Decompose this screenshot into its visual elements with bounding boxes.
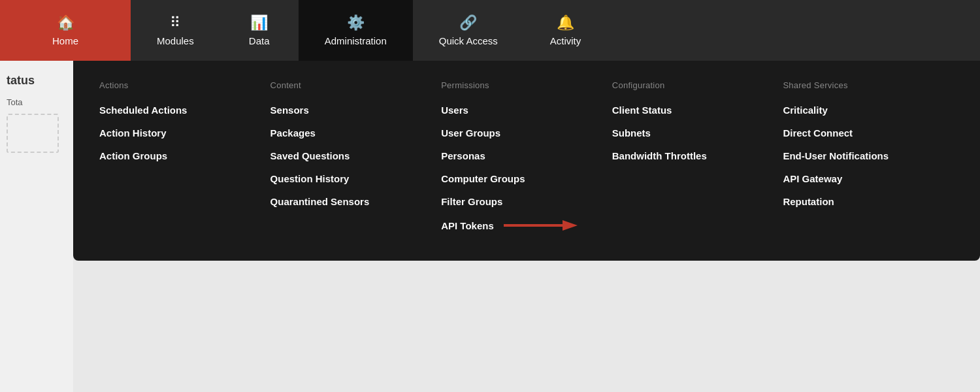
home-icon: 🏠 [57, 14, 74, 31]
column-actions: Actions Scheduled Actions Action History… [99, 80, 270, 235]
nav-modules[interactable]: ⠿ Modules [131, 0, 220, 61]
menu-subnets[interactable]: Subnets [612, 127, 770, 139]
menu-reputation[interactable]: Reputation [783, 196, 941, 207]
menu-end-user-notifications[interactable]: End-User Notifications [783, 150, 941, 161]
nav-activity[interactable]: 🔔 Activity [524, 0, 608, 61]
menu-computer-groups[interactable]: Computer Groups [441, 173, 599, 184]
menu-packages[interactable]: Packages [270, 127, 429, 139]
status-text: tatus [7, 74, 67, 88]
menu-client-status[interactable]: Client Status [612, 105, 770, 116]
menu-user-groups[interactable]: User Groups [441, 127, 599, 139]
navbar: 🏠 Home ⠿ Modules 📊 Data ⚙️ Administratio… [0, 0, 980, 61]
column-permissions: Permissions Users User Groups Personas C… [441, 80, 612, 235]
permissions-header: Permissions [441, 80, 599, 90]
column-content: Content Sensors Packages Saved Questions… [270, 80, 442, 235]
modules-label: Modules [157, 35, 194, 46]
arrow-indicator [500, 216, 579, 235]
data-icon: 📊 [250, 14, 268, 31]
menu-personas[interactable]: Personas [441, 150, 599, 161]
menu-question-history[interactable]: Question History [270, 173, 429, 184]
nav-data[interactable]: 📊 Data [220, 0, 299, 61]
configuration-header: Configuration [612, 80, 770, 90]
menu-criticality[interactable]: Criticality [783, 105, 941, 116]
menu-quarantined-sensors[interactable]: Quarantined Sensors [270, 196, 429, 207]
menu-direct-connect[interactable]: Direct Connect [783, 127, 941, 139]
menu-api-gateway[interactable]: API Gateway [783, 173, 941, 184]
menu-filter-groups[interactable]: Filter Groups [441, 196, 599, 207]
column-configuration: Configuration Client Status Subnets Band… [612, 80, 783, 235]
api-tokens-row: API Tokens [441, 216, 599, 235]
nav-home[interactable]: 🏠 Home [0, 0, 131, 61]
page-content: tatus Tota [0, 61, 73, 392]
menu-users[interactable]: Users [441, 105, 599, 116]
menu-action-history[interactable]: Action History [99, 127, 257, 139]
data-label: Data [249, 35, 270, 46]
menu-scheduled-actions[interactable]: Scheduled Actions [99, 105, 257, 116]
activity-label: Activity [550, 35, 581, 46]
nav-administration[interactable]: ⚙️ Administration [299, 0, 413, 61]
administration-icon: ⚙️ [347, 14, 365, 31]
svg-marker-1 [563, 220, 578, 231]
home-label: Home [52, 35, 78, 46]
menu-action-groups[interactable]: Action Groups [99, 150, 257, 161]
shared-services-header: Shared Services [783, 80, 941, 90]
menu-saved-questions[interactable]: Saved Questions [270, 150, 429, 161]
administration-dropdown: Actions Scheduled Actions Action History… [73, 61, 980, 261]
chart-placeholder [7, 114, 59, 153]
activity-icon: 🔔 [557, 14, 574, 31]
column-shared-services: Shared Services Criticality Direct Conne… [783, 80, 954, 235]
modules-icon: ⠿ [170, 14, 180, 31]
menu-api-tokens[interactable]: API Tokens [441, 220, 494, 231]
content-header: Content [270, 80, 429, 90]
total-text: Tota [7, 97, 67, 107]
administration-label: Administration [325, 35, 387, 46]
nav-quick-access[interactable]: 🔗 Quick Access [413, 0, 524, 61]
quick-access-icon: 🔗 [459, 14, 477, 31]
menu-bandwidth-throttles[interactable]: Bandwidth Throttles [612, 150, 770, 161]
quick-access-label: Quick Access [439, 35, 498, 46]
menu-sensors[interactable]: Sensors [270, 105, 429, 116]
actions-header: Actions [99, 80, 257, 90]
